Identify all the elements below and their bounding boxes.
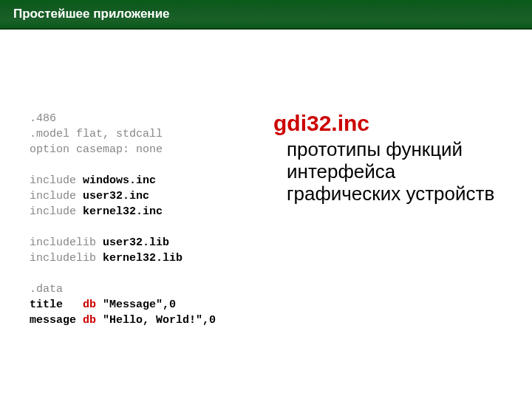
code-text: "Message",0 xyxy=(96,299,176,311)
code-keyword: includelib xyxy=(30,236,96,249)
description-heading: gdi32.inc xyxy=(273,111,510,136)
code-text: title xyxy=(30,299,83,311)
code-text: user32.lib xyxy=(96,236,169,249)
code-keyword: include xyxy=(30,205,76,218)
code-keyword: include xyxy=(30,174,76,187)
code-keyword: include xyxy=(30,190,76,202)
code-text: .data xyxy=(30,283,63,296)
code-text: .model flat, stdcall xyxy=(30,128,163,140)
code-keyword: db xyxy=(83,314,96,327)
description-body: прототипы функций интерфейса графических… xyxy=(273,139,510,205)
code-text: message xyxy=(30,314,83,327)
code-text: option casemap: none xyxy=(30,143,163,156)
code-keyword: includelib xyxy=(30,252,96,265)
code-text: "Hello, World!",0 xyxy=(96,314,216,327)
code-text: .486 xyxy=(30,112,56,125)
code-keyword: db xyxy=(83,299,96,311)
code-text: kernel32.inc xyxy=(76,205,163,218)
slide-content: .486 .model flat, stdcall option casemap… xyxy=(0,30,532,328)
code-text: kernel32.lib xyxy=(96,252,183,265)
code-text: windows.inc xyxy=(76,174,156,187)
code-block: .486 .model flat, stdcall option casemap… xyxy=(30,111,266,328)
description-block: gdi32.inc прототипы функций интерфейса г… xyxy=(273,111,510,328)
slide-title: Простейшее приложение xyxy=(13,7,170,21)
slide-header: Простейшее приложение xyxy=(0,0,532,30)
code-text: user32.inc xyxy=(76,190,149,202)
